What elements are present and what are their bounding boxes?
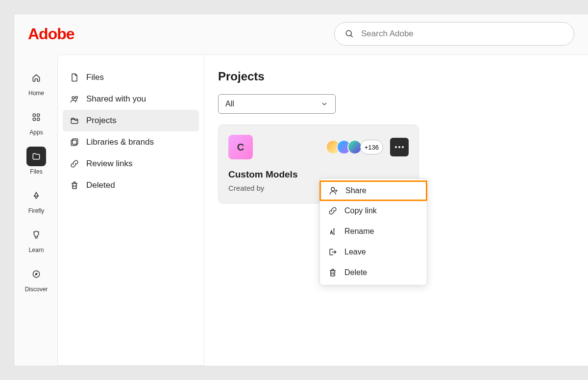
svg-line-8: [38, 231, 39, 232]
rail-label-learn: Learn: [29, 247, 44, 253]
rail-item-home[interactable]: Home: [26, 68, 46, 97]
libraries-icon: [70, 137, 79, 147]
leave-icon: [328, 247, 338, 257]
svg-rect-14: [71, 140, 76, 146]
project-thumbnail: C: [228, 135, 253, 159]
app-frame: Adobe Home Apps Files Firefly Learn: [14, 14, 588, 366]
search-wrap: [334, 22, 574, 46]
svg-rect-2: [33, 114, 35, 116]
rail-item-apps[interactable]: Apps: [26, 107, 46, 136]
card-right-cluster: +136: [326, 138, 409, 156]
panel-item-libraries[interactable]: Libraries & brands: [58, 131, 204, 153]
card-top: C +136: [228, 135, 409, 159]
topbar: Adobe: [14, 14, 588, 53]
panel-label-shared: Shared with you: [86, 94, 146, 104]
filter-dropdown[interactable]: All: [218, 94, 336, 114]
svg-point-0: [346, 30, 351, 36]
panel-item-files[interactable]: Files: [58, 67, 204, 88]
apps-icon: [26, 107, 46, 127]
learn-icon: [26, 225, 46, 245]
link-icon: [328, 206, 338, 216]
chevron-down-icon: [320, 100, 328, 108]
trash-icon: [70, 180, 79, 190]
files-panel: Files Shared with you Projects Libraries…: [57, 54, 204, 366]
panel-item-deleted[interactable]: Deleted: [58, 175, 204, 196]
rail-item-firefly[interactable]: Firefly: [26, 186, 46, 214]
panel-item-shared[interactable]: Shared with you: [58, 88, 204, 110]
svg-point-17: [331, 187, 335, 191]
card-more-button[interactable]: [390, 138, 409, 156]
projects-icon: [70, 116, 79, 126]
adobe-logo: Adobe: [28, 25, 74, 43]
home-icon: [26, 68, 46, 88]
svg-rect-5: [37, 118, 40, 121]
rail-label-files: Files: [30, 168, 42, 175]
discover-icon: [26, 264, 46, 284]
files-icon: [26, 147, 46, 166]
svg-marker-10: [35, 273, 38, 276]
filter-value: All: [225, 100, 234, 108]
panel-item-projects[interactable]: Projects: [63, 110, 199, 131]
search-icon: [344, 29, 354, 39]
panel-label-projects: Projects: [86, 116, 116, 126]
menu-label-leave: Leave: [344, 248, 366, 256]
panel-label-deleted: Deleted: [86, 180, 115, 190]
panel-item-review[interactable]: Review links: [58, 153, 204, 175]
dot-icon: [398, 146, 400, 148]
left-rail: Home Apps Files Firefly Learn Discover: [14, 68, 58, 293]
menu-item-leave[interactable]: Leave: [320, 242, 427, 262]
svg-rect-13: [73, 139, 78, 144]
menu-label-copy: Copy link: [344, 206, 377, 215]
menu-item-delete[interactable]: Delete: [320, 262, 427, 283]
menu-item-copy-link[interactable]: Copy link: [320, 201, 427, 221]
menu-item-rename[interactable]: Rename: [320, 221, 427, 242]
menu-item-share[interactable]: Share: [319, 180, 427, 201]
menu-label-rename: Rename: [344, 227, 374, 236]
rail-label-apps: Apps: [29, 129, 43, 136]
trash-icon: [328, 268, 338, 278]
svg-rect-4: [33, 118, 35, 121]
panel-label-libraries: Libraries & brands: [86, 137, 154, 147]
more-collaborators-count: +136: [360, 140, 383, 154]
menu-label-delete: Delete: [344, 268, 367, 277]
search-bar[interactable]: [334, 22, 574, 46]
rail-label-discover: Discover: [25, 286, 48, 293]
share-person-icon: [329, 186, 339, 196]
rail-label-firefly: Firefly: [28, 207, 45, 214]
panel-label-files: Files: [86, 73, 104, 82]
rename-icon: [328, 227, 338, 236]
context-menu: Share Copy link Rename Leave Delete: [319, 178, 427, 285]
svg-point-12: [75, 97, 77, 99]
dot-icon: [402, 146, 404, 148]
search-input[interactable]: [361, 29, 564, 39]
svg-point-11: [72, 97, 74, 99]
svg-rect-3: [37, 114, 40, 116]
rail-label-home: Home: [28, 90, 44, 97]
panel-label-review: Review links: [86, 159, 132, 169]
svg-line-1: [351, 35, 353, 37]
firefly-icon: [26, 186, 46, 205]
link-icon: [70, 159, 79, 169]
rail-item-discover[interactable]: Discover: [25, 264, 48, 293]
dot-icon: [395, 146, 397, 148]
svg-line-7: [33, 231, 34, 232]
file-icon: [70, 73, 79, 82]
page-title: Projects: [218, 70, 574, 83]
menu-label-share: Share: [345, 186, 367, 195]
shared-icon: [70, 94, 79, 104]
collaborator-avatars[interactable]: +136: [326, 140, 383, 154]
rail-item-files[interactable]: Files: [26, 147, 46, 175]
rail-item-learn[interactable]: Learn: [26, 225, 46, 253]
